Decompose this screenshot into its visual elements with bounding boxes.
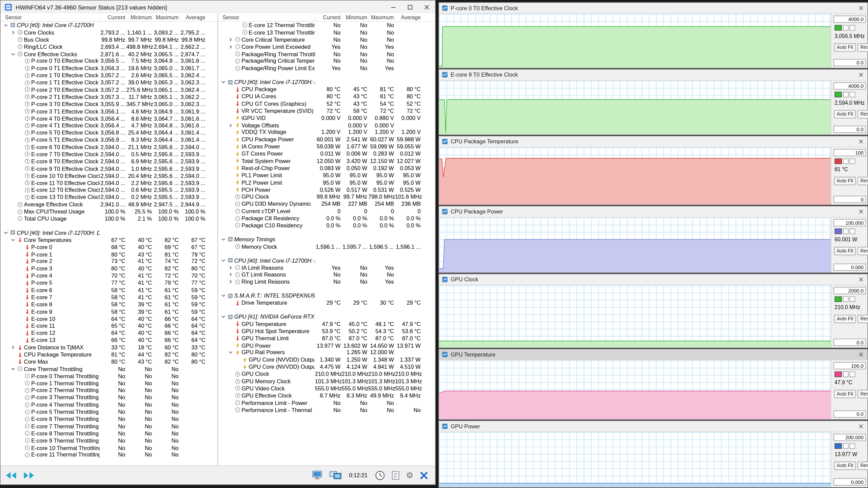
sensor-row[interactable]: GPU Clock99.8 MHz99.7 MHz798.0 MHz101.6 … xyxy=(218,193,435,200)
expand-chevron-icon[interactable] xyxy=(228,123,234,127)
sensor-row[interactable]: Average Effective Clock2,941.0 ...48.9 M… xyxy=(1,201,218,208)
color-option-box-1[interactable] xyxy=(843,371,848,377)
color-option-box-2[interactable] xyxy=(850,159,855,164)
sensor-row[interactable]: VDDQ TX Voltage1.200 V1.200 V1.200 V1.20… xyxy=(218,129,435,136)
graph-titlebar[interactable]: GPU Temperature xyxy=(439,349,868,361)
close-icon[interactable] xyxy=(856,277,865,282)
sensor-row[interactable]: GPU Effective Clock8.7 MHz8.3 MHz49.9 MH… xyxy=(218,392,435,399)
reset-button[interactable]: Reset xyxy=(857,43,868,52)
sensor-section-row[interactable]: GPU [#1]: NVIDIA GeForce RTX 3070 L... xyxy=(218,313,435,320)
close-sensors-icon[interactable] xyxy=(419,471,428,480)
sensor-row[interactable]: E-core 1165 °C40 °C66 °C64 °C xyxy=(1,322,218,329)
expand-chevron-icon[interactable] xyxy=(228,280,234,284)
color-option-box-1[interactable] xyxy=(843,443,848,449)
sensor-row[interactable]: P-core 5 Thermal ThrottlingNoNoNo xyxy=(1,408,218,415)
sensor-row[interactable]: P-core 380 °C40 °C82 °C80 °C xyxy=(1,265,218,272)
collapse-chevron-icon[interactable] xyxy=(220,80,226,84)
reset-button[interactable]: Reset xyxy=(857,315,868,323)
jump-last-icon[interactable] xyxy=(23,471,35,479)
reset-button[interactable]: Reset xyxy=(857,247,868,256)
auto-fit-button[interactable]: Auto Fit xyxy=(834,110,856,119)
sensor-row[interactable]: E-core 8 Thermal ThrottlingNoNoNo xyxy=(1,430,218,437)
scale-min-input[interactable]: 0.000 xyxy=(833,264,866,271)
collapse-chevron-icon[interactable] xyxy=(10,238,16,242)
close-icon[interactable] xyxy=(856,5,865,11)
sensor-row[interactable]: Total CPU Usage100.0 %2.1 %100.0 %100.0 … xyxy=(1,215,218,222)
sensor-row[interactable]: Memory Clock1,596.1 ...1,595.7 ...1,596.… xyxy=(218,243,435,250)
collapse-chevron-icon[interactable] xyxy=(220,259,226,262)
auto-fit-button[interactable]: Auto Fit xyxy=(834,462,856,470)
sensor-row[interactable]: PL1 Power Limit95.0 W95.0 W95.0 W95.0 W xyxy=(218,172,435,179)
color-option-box-2[interactable] xyxy=(850,443,855,449)
sensor-row[interactable]: P-core 0 T0 Effective Clock3,056.5 ...7.… xyxy=(1,58,218,65)
scale-min-input[interactable]: 0.0 xyxy=(833,59,866,66)
sensor-row[interactable]: Core Temperatures67 °C40 °C82 °C67 °C xyxy=(1,236,218,243)
sensor-row[interactable]: Ring/LLC Clock2,693.4 ...498.8 MHz2,694.… xyxy=(1,43,218,50)
sensor-row[interactable]: E-core 12 Thermal ThrottlingNoNoNo xyxy=(218,22,435,29)
sensor-row[interactable]: IA Limit ReasonsYesNoYes xyxy=(218,264,435,271)
sensor-row[interactable]: E-core 9 T0 Effective Clock2,594.0 ...1.… xyxy=(1,165,218,172)
series-color-swatch[interactable] xyxy=(835,159,842,164)
scale-min-input[interactable]: 0 xyxy=(833,196,866,203)
scale-max-input[interactable]: 200.000 xyxy=(833,434,866,441)
sensor-row[interactable]: CPU IA Cores80 °C43 °C81 °C80 °C xyxy=(218,93,435,100)
sensor-row[interactable]: PL2 Power Limit95.0 W95.0 W95.0 W95.0 W xyxy=(218,179,435,186)
collapse-chevron-icon[interactable] xyxy=(220,238,226,241)
color-option-box-1[interactable] xyxy=(843,92,848,97)
sensor-row[interactable]: P-core 0 T1 Effective Clock3,056.3 ...19… xyxy=(1,65,218,72)
sensor-row[interactable]: E-core 658 °C41 °C61 °C59 °C xyxy=(1,286,218,293)
color-option-box-2[interactable] xyxy=(850,297,855,302)
sensor-row[interactable]: P-core 3 Thermal ThrottlingNoNoNo xyxy=(1,394,218,401)
sensor-row[interactable]: GPU Core (NVVDD) Output Power1.340 W1.25… xyxy=(218,356,435,363)
sensor-row[interactable]: Core Effective Clocks2,871.6 ...40.2 MHz… xyxy=(1,50,218,58)
sensor-row[interactable]: P-core 068 °C40 °C69 °C67 °C xyxy=(1,243,218,250)
sensor-row[interactable]: P-core 2 T1 Effective Clock3,057.3 ...11… xyxy=(1,94,218,101)
color-option-box-2[interactable] xyxy=(850,228,855,234)
sensor-row[interactable]: E-core 758 °C41 °C61 °C59 °C xyxy=(1,293,218,301)
close-icon[interactable] xyxy=(856,139,865,144)
collapse-chevron-icon[interactable] xyxy=(3,231,9,235)
remote-monitoring-icon[interactable] xyxy=(312,470,323,480)
sensor-row[interactable]: GT Limit ReasonsNoNoNo xyxy=(218,271,435,278)
sensor-row[interactable]: CPU Package80 °C45 °C81 °C80 °C xyxy=(218,86,435,93)
collapse-chevron-icon[interactable] xyxy=(220,294,226,298)
expand-chevron-icon[interactable] xyxy=(228,266,234,269)
scale-min-input[interactable]: 0.000 xyxy=(833,478,866,485)
series-color-swatch[interactable] xyxy=(835,228,842,234)
sensor-row[interactable]: GT Cores Power0.011 W0.006 W0.283 W0.012… xyxy=(218,150,435,157)
sensor-row[interactable]: P-core 1 T0 Effective Clock3,057.2 ...2.… xyxy=(1,72,218,79)
close-button[interactable] xyxy=(418,1,435,14)
sensor-row[interactable]: Bus Clock99.8 MHz99.7 MHz99.8 MHz99.8 MH… xyxy=(1,36,218,43)
auto-fit-button[interactable]: Auto Fit xyxy=(834,315,856,323)
sensor-row[interactable]: E-core 7 T0 Effective Clock2,594.0 ...0.… xyxy=(1,151,218,158)
reset-button[interactable]: Reset xyxy=(857,390,868,398)
sensor-row[interactable]: iGPU VID0.000 V0.000 V0.880 V0.000 V xyxy=(218,115,435,122)
sensor-row[interactable]: E-core 6 Thermal ThrottlingNoNoNo xyxy=(1,415,218,423)
sensor-row[interactable]: P-core 1 Thermal ThrottlingNoNoNo xyxy=(1,380,218,387)
sensor-row[interactable]: P-core 5 T0 Effective Clock3,056.8 ...25… xyxy=(1,129,218,136)
maximize-button[interactable] xyxy=(402,1,418,14)
sensor-row[interactable]: CPU GT Cores (Graphics)52 °C43 °C54 °C52… xyxy=(218,100,435,107)
color-option-box-1[interactable] xyxy=(843,159,848,164)
sensor-row[interactable]: Package C8 Residency0.0 %0.0 %0.0 %0.0 % xyxy=(218,215,435,222)
collapse-chevron-icon[interactable] xyxy=(10,52,16,56)
collapse-chevron-icon[interactable] xyxy=(3,23,9,27)
series-color-swatch[interactable] xyxy=(835,297,842,302)
jump-first-icon[interactable] xyxy=(5,471,17,479)
sensor-section-row[interactable]: CPU [#0]: Intel Core i7-12700H: Perfor..… xyxy=(218,257,435,264)
sensor-row[interactable]: GPU Video Clock555.0 MHz555.0 MHz555.0 M… xyxy=(218,385,435,392)
sensor-row[interactable]: GPU D3D Memory Dynamic254 MB227 MB254 MB… xyxy=(218,200,435,207)
scale-max-input[interactable]: 100.0 xyxy=(833,362,866,369)
sensor-row[interactable]: E-core 13 Thermal ThrottlingNoNoNo xyxy=(218,29,435,36)
expand-chevron-icon[interactable] xyxy=(228,45,234,48)
sensor-row[interactable]: Package C10 Residency0.0 %0.0 %0.0 %0.0 … xyxy=(218,222,435,229)
expand-chevron-icon[interactable] xyxy=(10,345,16,349)
minimize-button[interactable] xyxy=(385,1,402,14)
sensor-row[interactable]: IA Cores Power59.039 W1.677 W59.099 W59.… xyxy=(218,143,435,150)
scale-max-input[interactable]: 2000.0 xyxy=(833,287,866,294)
series-color-swatch[interactable] xyxy=(835,371,842,377)
sensor-row[interactable]: GPU Hot Spot Temperature53.9 °C50.2 °C54… xyxy=(218,327,435,334)
collapse-chevron-icon[interactable] xyxy=(10,367,16,371)
sensor-section-row[interactable]: CPU [#0]: Intel Core i7-12700H xyxy=(1,22,218,29)
sensor-row[interactable]: Drive Temperature29 °C29 °C30 °C29 °C xyxy=(218,299,435,306)
